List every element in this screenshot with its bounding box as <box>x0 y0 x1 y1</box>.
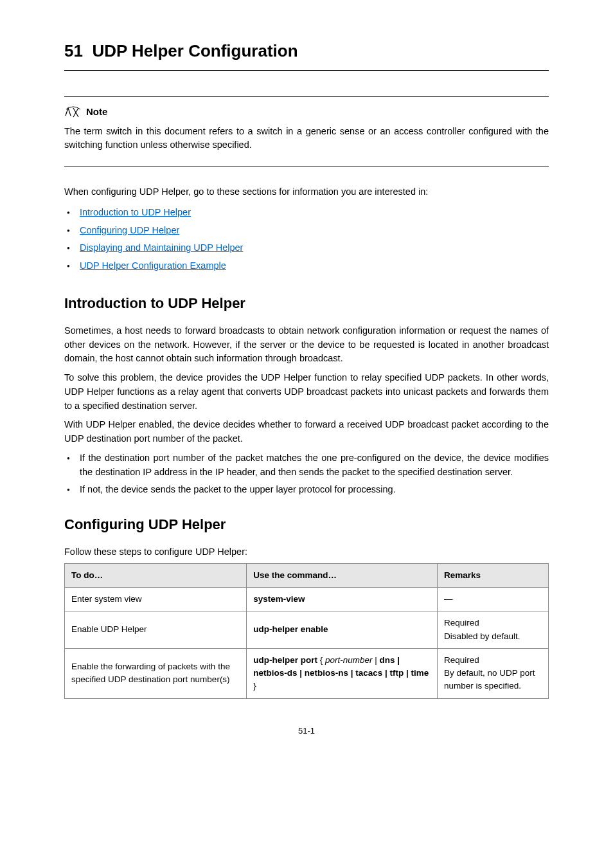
table-row: Enter system view system-view — <box>65 588 549 611</box>
cmd-arg: port-number <box>325 655 373 665</box>
note-box: Note The term switch in this document re… <box>64 96 549 167</box>
cell-todo: Enable the forwarding of packets with th… <box>65 648 247 698</box>
list-item: Configuring UDP Helper <box>80 224 549 238</box>
intro-para-3: With UDP Helper enabled, the device deci… <box>64 418 549 446</box>
intro-bullets: If the destination port number of the pa… <box>64 451 549 497</box>
section-heading-intro: Introduction to UDP Helper <box>64 293 549 314</box>
cell-command: udp-helper enable <box>247 611 438 649</box>
table-header-row: To do… Use the command… Remarks <box>65 563 549 587</box>
link-example[interactable]: UDP Helper Configuration Example <box>80 260 226 271</box>
note-header: Note <box>64 105 549 120</box>
cmd-text: udp-helper port <box>253 655 317 665</box>
link-intro[interactable]: Introduction to UDP Helper <box>80 207 191 217</box>
title-divider <box>64 70 549 71</box>
config-table: To do… Use the command… Remarks Enter sy… <box>64 563 549 699</box>
steps-line: Follow these steps to configure UDP Help… <box>64 545 549 559</box>
remarks-line1: Required <box>444 618 479 628</box>
th-todo: To do… <box>65 563 247 587</box>
page-number: 51-1 <box>64 725 549 737</box>
remarks-line2: By default, no UDP port number is specif… <box>444 668 535 691</box>
intro-para-2: To solve this problem, the device provid… <box>64 371 549 413</box>
cell-todo: Enter system view <box>65 588 247 611</box>
cell-remarks: Required By default, no UDP port number … <box>438 648 549 698</box>
intro-line: When configuring UDP Helper, go to these… <box>64 185 549 199</box>
remarks-line1: Required <box>444 655 479 665</box>
remarks-line2: Disabled by default. <box>444 631 520 641</box>
list-item: If not, the device sends the packet to t… <box>80 483 549 497</box>
cmd-text: udp-helper enable <box>253 624 328 634</box>
link-display[interactable]: Displaying and Maintaining UDP Helper <box>80 242 243 253</box>
link-config[interactable]: Configuring UDP Helper <box>80 225 179 235</box>
note-icon <box>64 105 82 118</box>
cmd-text: system-view <box>253 594 305 604</box>
list-item: Introduction to UDP Helper <box>80 206 549 220</box>
cell-command: udp-helper port { port-number | dns | ne… <box>247 648 438 698</box>
cmd-brace-open: { <box>317 655 325 665</box>
note-text: The term switch in this document refers … <box>64 125 549 153</box>
section-heading-config: Configuring UDP Helper <box>64 514 549 535</box>
cell-todo: Enable UDP Helper <box>65 611 247 649</box>
chapter-number: 51 <box>64 41 83 60</box>
intro-para-1: Sometimes, a host needs to forward broad… <box>64 324 549 366</box>
chapter-title: UDP Helper Configuration <box>92 41 298 60</box>
cmd-brace-close: } <box>253 681 256 691</box>
th-command: Use the command… <box>247 563 438 587</box>
cell-remarks: Required Disabled by default. <box>438 611 549 649</box>
cell-command: system-view <box>247 588 438 611</box>
note-label: Note <box>86 105 107 120</box>
list-item: Displaying and Maintaining UDP Helper <box>80 241 549 255</box>
toc-links: Introduction to UDP Helper Configuring U… <box>64 206 549 273</box>
list-item: UDP Helper Configuration Example <box>80 259 549 273</box>
table-row: Enable the forwarding of packets with th… <box>65 648 549 698</box>
table-row: Enable UDP Helper udp-helper enable Requ… <box>65 611 549 649</box>
cmd-sep: | <box>372 655 379 665</box>
list-item: If the destination port number of the pa… <box>80 451 549 480</box>
th-remarks: Remarks <box>438 563 549 587</box>
cell-remarks: — <box>438 588 549 611</box>
